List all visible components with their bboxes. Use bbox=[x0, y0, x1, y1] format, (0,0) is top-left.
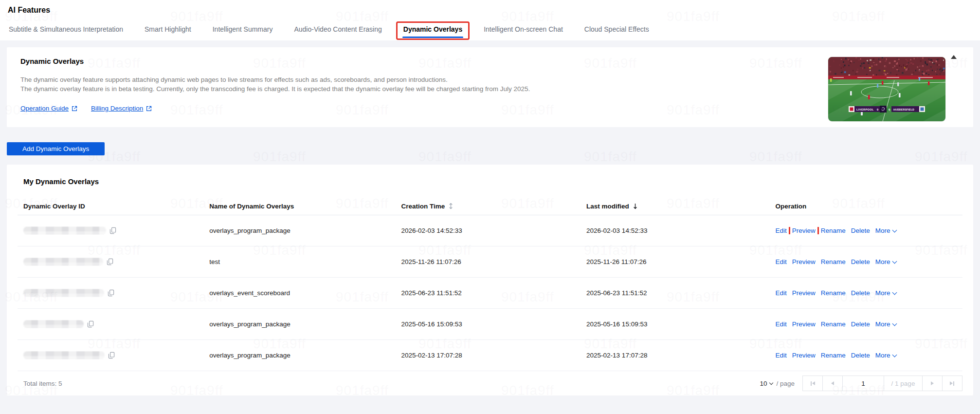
operation-link-preview[interactable]: Preview bbox=[792, 289, 816, 297]
copy-icon[interactable] bbox=[107, 258, 113, 265]
copy-glyph bbox=[108, 352, 115, 359]
copy-icon[interactable] bbox=[87, 320, 94, 328]
operation-link-edit[interactable]: Edit bbox=[775, 289, 786, 297]
last-modified-cell: 2026-02-03 14:52:33 bbox=[586, 227, 775, 234]
top-bar: AI Features Subtitle & Simultaneous Inte… bbox=[0, 0, 980, 40]
billing-description-link[interactable]: Billing Description bbox=[91, 105, 152, 112]
operation-cell: EditPreviewRenameDeleteMore bbox=[775, 320, 962, 328]
tab-intelligent-on-screen-chat[interactable]: Intelligent On-screen Chat bbox=[483, 25, 564, 40]
overlay-name-cell: overlays_program_package bbox=[209, 227, 401, 234]
table-row: test2025-11-26 11:07:262025-11-26 11:07:… bbox=[18, 246, 962, 278]
tab-smart-highlight[interactable]: Smart Highlight bbox=[144, 25, 192, 40]
copy-icon[interactable] bbox=[109, 227, 116, 234]
table-title: My Dynamic Overlays bbox=[18, 177, 962, 186]
dynamic-overlays-info-card: Dynamic Overlays The dynamic overlay fea… bbox=[7, 47, 973, 127]
operation-link-more[interactable]: More bbox=[875, 289, 896, 297]
active-tab-underline bbox=[402, 37, 463, 38]
operation-link-delete[interactable]: Delete bbox=[851, 352, 870, 359]
overlay-name-cell: overlays_program_package bbox=[209, 352, 401, 359]
operation-guide-link[interactable]: Operation Guide bbox=[20, 105, 77, 112]
overlay-id-cell bbox=[18, 258, 209, 266]
table-row: overlays_program_package2026-02-03 14:52… bbox=[18, 215, 962, 246]
creation-time-cell: 2025-11-26 11:07:26 bbox=[401, 258, 586, 265]
copy-glyph bbox=[108, 289, 114, 297]
scoreboard-away-score: 0 bbox=[889, 108, 890, 111]
operation-link-preview[interactable]: Preview bbox=[792, 352, 816, 359]
overlay-id-wrap bbox=[23, 289, 203, 297]
overlay-name-cell: overlays_event_scoreboard bbox=[209, 289, 401, 297]
sort-both-icon bbox=[448, 203, 454, 209]
add-dynamic-overlays-button[interactable]: Add Dynamic Overlays bbox=[7, 142, 105, 155]
tab-cloud-special-effects[interactable]: Cloud Special Effects bbox=[583, 25, 650, 40]
copy-glyph bbox=[107, 258, 113, 265]
tab-bar: Subtitle & Simultaneous InterpretationSm… bbox=[8, 25, 972, 40]
operation-link-rename[interactable]: Rename bbox=[821, 320, 846, 328]
next-page-button[interactable] bbox=[923, 376, 943, 391]
operation-link-delete[interactable]: Delete bbox=[851, 258, 870, 265]
first-page-button[interactable] bbox=[803, 376, 823, 391]
per-page-label: / page bbox=[776, 380, 795, 387]
operation-link-preview[interactable]: Preview bbox=[792, 320, 816, 328]
prev-page-button[interactable] bbox=[823, 376, 843, 391]
content-area: Dynamic Overlays The dynamic overlay fea… bbox=[0, 40, 980, 395]
overlay-id-wrap bbox=[23, 226, 203, 235]
tab-intelligent-summary[interactable]: Intelligent Summary bbox=[212, 25, 274, 40]
creation-time-cell: 2025-05-16 15:09:53 bbox=[401, 320, 586, 328]
operation-link-more[interactable]: More bbox=[875, 320, 896, 328]
column-header-label: Dynamic Overlay ID bbox=[23, 203, 85, 210]
last-page-button[interactable] bbox=[943, 376, 962, 391]
copy-glyph bbox=[87, 320, 94, 328]
last-modified-cell: 2025-05-16 15:09:53 bbox=[586, 320, 775, 328]
table-header-row: Dynamic Overlay IDName of Dynamic Overla… bbox=[18, 197, 962, 215]
last-modified-cell: 2025-06-23 11:51:52 bbox=[586, 289, 775, 297]
table-body: overlays_program_package2026-02-03 14:52… bbox=[18, 215, 962, 371]
operation-link-delete[interactable]: Delete bbox=[851, 227, 870, 234]
overlay-id-cell bbox=[18, 289, 209, 297]
page-size-select[interactable]: 10 bbox=[760, 380, 773, 387]
operation-link-rename[interactable]: Rename bbox=[821, 352, 846, 359]
operation-link-delete[interactable]: Delete bbox=[851, 320, 870, 328]
collapse-up-icon[interactable] bbox=[951, 55, 957, 59]
redacted-overlay-id bbox=[23, 289, 104, 297]
overlay-name-cell: test bbox=[209, 258, 401, 265]
column-header-label: Creation Time bbox=[401, 203, 445, 210]
operation-link-rename[interactable]: Rename bbox=[821, 289, 846, 297]
overlay-id-cell bbox=[18, 320, 209, 328]
operation-link-rename[interactable]: Rename bbox=[821, 227, 846, 234]
operation-link-edit[interactable]: Edit bbox=[775, 352, 786, 359]
copy-icon[interactable] bbox=[108, 352, 115, 359]
operation-link-edit[interactable]: Edit bbox=[775, 227, 786, 234]
operation-link-rename[interactable]: Rename bbox=[821, 258, 846, 265]
tab-subtitle-simultaneous-interpretation[interactable]: Subtitle & Simultaneous Interpretation bbox=[8, 25, 124, 40]
page-count-label: / 1 page bbox=[884, 376, 923, 391]
table-row: overlays_program_package2025-05-16 15:09… bbox=[18, 309, 962, 340]
page-number-input[interactable] bbox=[843, 376, 884, 391]
redacted-overlay-id bbox=[23, 351, 105, 359]
redacted-overlay-id bbox=[23, 226, 106, 235]
operation-link-preview[interactable]: Preview bbox=[792, 258, 816, 265]
operation-link-delete[interactable]: Delete bbox=[851, 289, 870, 297]
operation-link-preview[interactable]: Preview bbox=[792, 227, 816, 234]
operation-link-more[interactable]: More bbox=[875, 227, 896, 234]
column-header-last-modified[interactable]: Last modified bbox=[586, 203, 775, 210]
overlay-id-cell bbox=[18, 226, 209, 235]
operation-link-more[interactable]: More bbox=[875, 352, 896, 359]
operation-cell: EditPreviewRenameDeleteMore bbox=[775, 352, 962, 359]
column-header-creation-time[interactable]: Creation Time bbox=[401, 203, 586, 210]
page-size-value: 10 bbox=[760, 380, 767, 387]
column-header-name-of-dynamic-overlays: Name of Dynamic Overlays bbox=[209, 203, 401, 210]
operation-link-edit[interactable]: Edit bbox=[775, 320, 786, 328]
scoreboard-home-score: 0 bbox=[877, 108, 878, 111]
my-dynamic-overlays-card: My Dynamic Overlays Dynamic Overlay IDNa… bbox=[7, 165, 973, 395]
copy-icon[interactable] bbox=[108, 289, 114, 297]
tab-dynamic-overlays[interactable]: Dynamic Overlays bbox=[402, 25, 463, 40]
first-page-icon bbox=[811, 381, 812, 386]
first-page-arrow-icon bbox=[812, 381, 815, 385]
chevron-down-icon bbox=[892, 227, 897, 232]
tab-audio-video-content-erasing[interactable]: Audio-Video Content Erasing bbox=[293, 25, 382, 40]
prev-page-icon bbox=[831, 381, 834, 385]
operation-link-more[interactable]: More bbox=[875, 258, 896, 265]
operation-link-edit[interactable]: Edit bbox=[775, 258, 786, 265]
operation-guide-link-label: Operation Guide bbox=[20, 105, 69, 112]
soccer-match-image: LIVERPOOL 0 0 HUDDERSFIELD bbox=[828, 57, 945, 121]
